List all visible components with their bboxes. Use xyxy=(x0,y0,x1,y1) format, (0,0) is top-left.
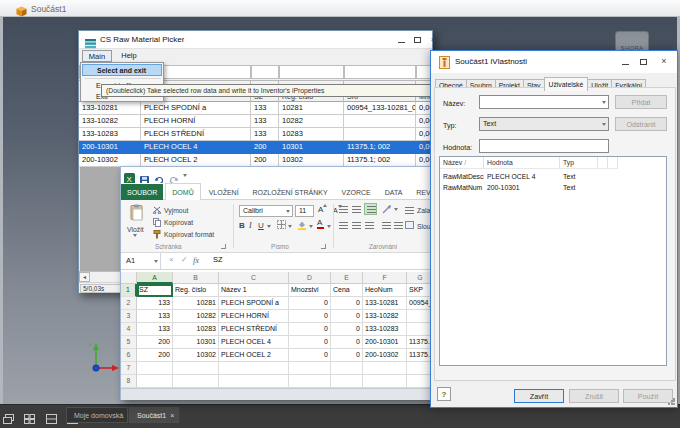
tab-uzivatelske[interactable]: Uživatelské xyxy=(544,77,589,91)
minimize-button[interactable] xyxy=(619,56,633,68)
cascade-windows-icon[interactable] xyxy=(3,410,14,428)
scroll-left-icon[interactable]: ◂ xyxy=(79,272,90,282)
list-cell[interactable]: Text xyxy=(560,182,598,193)
maximize-button[interactable] xyxy=(637,56,651,68)
clipboard-dialog-launcher-icon[interactable] xyxy=(221,244,226,249)
cell[interactable] xyxy=(137,362,173,375)
filter-input[interactable] xyxy=(344,65,416,79)
list-cell[interactable]: RawMatDescr xyxy=(440,171,484,182)
list-header-extra[interactable] xyxy=(598,157,608,169)
name-combobox[interactable] xyxy=(479,95,609,109)
format-painter-label[interactable]: Kopírovat formát xyxy=(164,229,214,240)
cell[interactable]: 0 xyxy=(331,310,363,323)
copy-label[interactable]: Kopírovat xyxy=(164,217,193,228)
orientation-icon[interactable] xyxy=(382,205,392,214)
align-top-icon[interactable] xyxy=(339,206,348,213)
column-header-d[interactable]: D xyxy=(289,272,331,284)
increase-indent-icon[interactable] xyxy=(394,222,403,229)
cell[interactable]: PLECH OCEL 4 xyxy=(219,336,289,349)
wrap-text-label[interactable]: Zala xyxy=(417,205,430,216)
table-row[interactable]: 133-10283PLECH STŘEDNÍ133102830,000 xyxy=(79,128,434,141)
cell[interactable] xyxy=(137,375,173,388)
row-header[interactable]: 5 xyxy=(121,336,137,349)
cell[interactable]: 0 xyxy=(331,336,363,349)
align-center-icon[interactable] xyxy=(352,222,361,229)
cell[interactable]: 0 xyxy=(289,323,331,336)
cell[interactable]: 133-10282 xyxy=(363,310,407,323)
cell[interactable] xyxy=(363,362,407,375)
italic-button[interactable]: I xyxy=(249,220,252,231)
cell[interactable]: 10301 xyxy=(173,336,219,349)
cell[interactable]: 133 xyxy=(137,310,173,323)
cell[interactable] xyxy=(219,362,289,375)
table-row[interactable]: 133-10281PLECH SPODNÍ a1331028100954_133… xyxy=(79,102,434,115)
underline-dropdown-icon[interactable] xyxy=(267,225,271,228)
cell[interactable]: 10281 xyxy=(173,297,219,310)
borders-icon[interactable] xyxy=(277,220,286,230)
list-header-value[interactable]: Hodnota xyxy=(484,157,560,169)
iproperties-titlebar[interactable]: Součást1 iVlastnosti × xyxy=(431,51,677,73)
fill-color-dropdown-icon[interactable] xyxy=(309,225,313,228)
fill-color-icon[interactable] xyxy=(297,220,307,231)
close-button[interactable]: × xyxy=(426,34,440,46)
merge-center-icon[interactable] xyxy=(405,221,414,229)
column-header-e[interactable]: E xyxy=(331,272,363,284)
cell[interactable]: 133-10283 xyxy=(363,323,407,336)
cell[interactable]: Cena xyxy=(331,284,363,297)
merge-label[interactable]: Slou xyxy=(417,221,431,232)
minimize-button[interactable] xyxy=(395,34,409,46)
table-row-selected[interactable]: 200-10301PLECH OCEL 42001030111375.1; 00… xyxy=(79,141,434,154)
cell[interactable]: 0 xyxy=(289,310,331,323)
formula-enter-icon[interactable]: ✓ xyxy=(181,255,188,264)
tab-domu[interactable]: DOMŮ xyxy=(165,183,200,200)
tab-close-icon[interactable]: × xyxy=(170,412,174,419)
cell[interactable]: 133 xyxy=(137,297,173,310)
cell[interactable]: 0 xyxy=(331,349,363,362)
cancel-button[interactable]: Zrušit xyxy=(569,389,619,403)
picker-titlebar[interactable]: CS Raw Material Picker × xyxy=(79,31,432,49)
apply-button[interactable]: Použít xyxy=(623,389,673,403)
maximize-button[interactable] xyxy=(411,34,425,46)
underline-button[interactable]: U xyxy=(258,220,264,231)
font-name-combobox[interactable]: Calibri xyxy=(239,205,293,217)
cell[interactable]: 200-10302 xyxy=(363,349,407,362)
split-horizontal-icon[interactable] xyxy=(46,410,57,428)
row-header[interactable]: 2 xyxy=(121,297,137,310)
wrap-text-icon[interactable] xyxy=(405,206,414,214)
list-header-name[interactable]: Název / xyxy=(440,157,484,169)
column-header-f[interactable]: F xyxy=(363,272,407,284)
cell[interactable] xyxy=(289,375,331,388)
cell[interactable]: PLECH OCEL 2 xyxy=(219,349,289,362)
list-cell[interactable]: RawMatNum xyxy=(440,182,484,193)
cell[interactable]: 0 xyxy=(289,336,331,349)
cell[interactable]: Mnozstvi xyxy=(289,284,331,297)
cell[interactable] xyxy=(363,375,407,388)
cell[interactable]: 133-10281 xyxy=(363,297,407,310)
inventor-titlebar[interactable]: Součást1 xyxy=(0,0,680,17)
row-header[interactable]: 4 xyxy=(121,323,137,336)
formula-bar-value[interactable]: SZ xyxy=(213,255,223,264)
row-header[interactable]: 3 xyxy=(121,310,137,323)
format-painter-icon[interactable] xyxy=(153,230,161,240)
close-button[interactable]: × xyxy=(657,56,671,68)
align-middle-icon[interactable] xyxy=(352,206,361,213)
filter-input[interactable] xyxy=(279,65,344,79)
copy-icon[interactable] xyxy=(153,218,161,228)
column-header-b[interactable]: B xyxy=(173,272,219,284)
cell-a1-selected[interactable]: SZ xyxy=(137,284,173,297)
value-input[interactable] xyxy=(479,139,609,153)
cell[interactable]: 0 xyxy=(289,349,331,362)
cell[interactable]: 10302 xyxy=(173,349,219,362)
cell[interactable]: 200 xyxy=(137,349,173,362)
paste-button[interactable] xyxy=(129,204,144,223)
cell[interactable] xyxy=(331,375,363,388)
tile-windows-icon[interactable] xyxy=(24,410,35,428)
list-cell[interactable]: 200-10301 xyxy=(484,182,560,193)
row-header[interactable]: 7 xyxy=(121,362,137,375)
cell[interactable] xyxy=(289,362,331,375)
resize-grip[interactable] xyxy=(668,398,675,405)
tab-soubor[interactable]: SOUBOR xyxy=(121,184,163,201)
close-dialog-button[interactable]: Zavřít xyxy=(514,389,564,403)
column-header-c[interactable]: C xyxy=(219,272,289,284)
type-combobox[interactable]: Text xyxy=(479,117,609,131)
